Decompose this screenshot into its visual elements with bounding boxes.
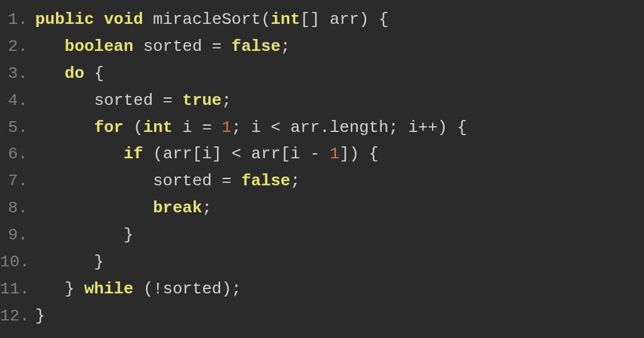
token-keyword: void — [104, 10, 143, 29]
token-ident: miracleSort — [153, 10, 261, 29]
token-ident: i — [408, 118, 418, 137]
token-punct: ; — [202, 199, 212, 217]
token-punct: } — [35, 280, 84, 298]
token-punct: ); — [221, 280, 241, 298]
token-ident: i — [182, 118, 192, 137]
token-bool: false — [231, 37, 280, 56]
code-line: 2. boolean sorted = false; — [0, 33, 644, 60]
token-punct — [94, 10, 104, 29]
token-type: int — [271, 10, 301, 29]
token-punct: ; — [221, 91, 231, 110]
token-punct: } — [35, 307, 45, 325]
token-punct: ; — [291, 172, 301, 190]
code-line: 10. } — [0, 249, 644, 276]
line-number: 5. — [0, 114, 35, 141]
token-keyword: do — [65, 64, 84, 83]
code-line: 1.public void miracleSort(int[] arr) { — [0, 6, 644, 33]
code-line: 6. if (arr[i] < arr[i - 1]) { — [0, 141, 644, 168]
token-ident: i — [291, 144, 301, 163]
token-type: boolean — [65, 37, 133, 56]
line-number: 6. — [0, 141, 35, 168]
line-number: 11. — [0, 276, 35, 303]
code-content: } — [35, 222, 644, 249]
token-punct: ) { — [359, 10, 389, 29]
token-punct: - — [300, 144, 330, 163]
line-number: 8. — [0, 195, 35, 222]
code-content: sorted = true; — [35, 87, 644, 114]
token-punct: [] — [300, 10, 330, 29]
token-punct — [35, 172, 153, 190]
code-line: 5. for (int i = 1; i < arr.length; i++) … — [0, 114, 644, 141]
code-content: do { — [35, 60, 644, 87]
token-ident: sorted — [153, 172, 212, 190]
token-punct: ; — [389, 118, 408, 137]
token-num: 1 — [222, 118, 232, 137]
token-punct: ] < — [212, 144, 251, 163]
token-punct: ( — [123, 118, 143, 137]
token-ident: sorted — [94, 91, 153, 110]
token-bool: false — [242, 172, 291, 190]
token-ident: i — [251, 118, 261, 137]
token-punct: ]) { — [340, 144, 379, 163]
token-punct: ++) { — [418, 118, 467, 137]
token-ident: i — [202, 144, 212, 163]
code-block: 1.public void miracleSort(int[] arr) {2.… — [0, 6, 644, 330]
token-punct: ( — [143, 144, 163, 163]
code-content: if (arr[i] < arr[i - 1]) { — [35, 141, 644, 168]
token-punct — [35, 144, 123, 163]
code-line: 7. sorted = false; — [0, 168, 644, 195]
code-line: 3. do { — [0, 60, 644, 87]
code-content: break; — [35, 195, 644, 222]
code-content: } — [35, 249, 644, 276]
token-ident: sorted — [143, 37, 203, 56]
token-ident: arr — [251, 144, 280, 163]
token-keyword: break — [153, 199, 202, 217]
code-line: 4. sorted = true; — [0, 87, 644, 114]
token-punct: = — [202, 37, 231, 56]
code-line: 12.} — [0, 303, 644, 330]
token-bool: true — [182, 91, 221, 110]
token-ident: sorted — [163, 280, 222, 298]
token-keyword: public — [35, 10, 94, 29]
line-number: 10. — [0, 249, 35, 276]
code-content: } while (!sorted); — [35, 276, 644, 303]
code-content: for (int i = 1; i < arr.length; i++) { — [35, 114, 644, 141]
token-punct: } — [35, 253, 104, 271]
line-number: 7. — [0, 168, 35, 195]
line-number: 3. — [0, 60, 35, 87]
line-number: 1. — [0, 6, 35, 33]
code-content: boolean sorted = false; — [35, 33, 644, 60]
token-punct — [35, 199, 153, 217]
token-punct: < — [261, 118, 291, 137]
token-punct — [35, 64, 65, 83]
token-ident: arr — [291, 118, 320, 137]
token-punct: ( — [261, 10, 271, 29]
token-punct: = — [192, 118, 222, 137]
token-keyword: if — [123, 144, 143, 163]
token-punct — [133, 37, 143, 56]
code-line: 9. } — [0, 222, 644, 249]
token-punct — [35, 118, 94, 137]
token-punct: ; — [231, 118, 251, 137]
line-number: 12. — [0, 303, 35, 330]
token-num: 1 — [330, 144, 340, 163]
line-number: 2. — [0, 33, 35, 60]
code-content: sorted = false; — [35, 168, 644, 195]
token-keyword: for — [94, 118, 124, 137]
token-punct — [35, 91, 94, 110]
token-punct — [143, 10, 153, 29]
token-punct: (! — [133, 280, 163, 298]
token-punct — [35, 37, 65, 56]
token-ident: arr — [163, 144, 192, 163]
code-line: 11. } while (!sorted); — [0, 276, 644, 303]
token-punct: = — [212, 172, 242, 190]
token-punct: ; — [280, 37, 291, 56]
line-number: 9. — [0, 222, 35, 249]
code-content: } — [35, 303, 644, 330]
line-number: 4. — [0, 87, 35, 114]
token-punct: = — [153, 91, 182, 110]
token-keyword: while — [84, 280, 133, 298]
token-ident: arr — [330, 10, 359, 29]
token-punct: [ — [280, 144, 291, 163]
token-type: int — [143, 118, 173, 137]
